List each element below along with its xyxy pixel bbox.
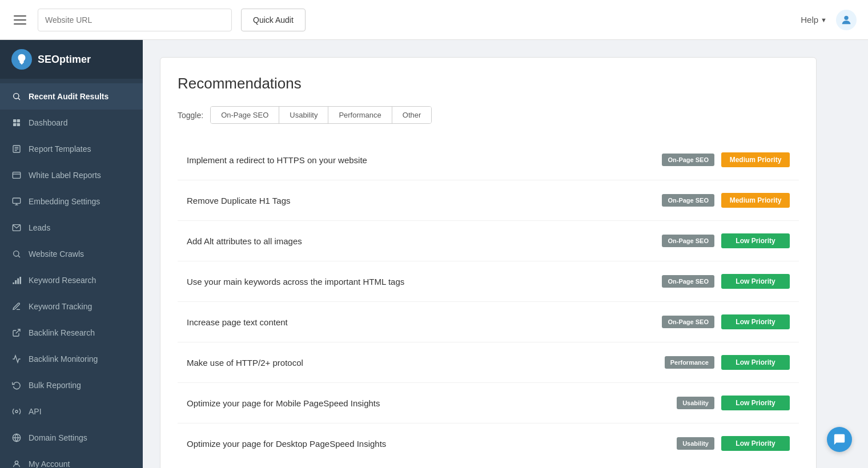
sidebar-item-backlink-research[interactable]: Backlink Research [0, 320, 143, 346]
sidebar-item-label: Backlink Monitoring [29, 354, 98, 364]
keyword-research-icon [11, 275, 22, 285]
sidebar-item-dashboard[interactable]: Dashboard [0, 110, 143, 136]
website-crawls-icon [11, 249, 22, 259]
logo-icon [11, 49, 32, 70]
header-left: Quick Audit [11, 9, 306, 31]
url-input[interactable] [38, 9, 232, 31]
my-account-icon [11, 459, 22, 468]
svg-rect-3 [13, 119, 16, 122]
svg-point-1 [14, 94, 19, 99]
svg-rect-13 [13, 198, 20, 203]
page-title: Recommendations [178, 75, 799, 92]
sidebar-item-label: Bulk Reporting [29, 381, 81, 390]
recommendation-text: Optimize your page for Desktop PageSpeed… [187, 439, 670, 449]
sidebar-item-label: Website Crawls [29, 249, 84, 259]
category-badge: On-Page SEO [662, 154, 714, 166]
recommendation-text: Optimize your page for Mobile PageSpeed … [187, 398, 670, 408]
recommendation-row: Add Alt attributes to all images On-Page… [178, 221, 799, 261]
help-chevron-icon: ▼ [821, 17, 827, 23]
sidebar-item-website-crawls[interactable]: Website Crawls [0, 241, 143, 267]
header: Quick Audit Help ▼ [0, 0, 868, 40]
sidebar-item-white-label[interactable]: White Label Reports [0, 162, 143, 188]
recent-audit-icon [11, 91, 22, 102]
priority-badge: Low Priority [721, 274, 790, 289]
recommendation-text: Implement a redirect to HTTPS on your we… [187, 155, 655, 165]
category-badge: Performance [665, 356, 714, 369]
priority-badge: Medium Priority [721, 193, 790, 208]
svg-line-18 [18, 256, 20, 257]
leads-icon [11, 223, 22, 233]
api-icon [11, 406, 22, 417]
sidebar-item-api[interactable]: API [0, 398, 143, 425]
category-badge: On-Page SEO [662, 194, 714, 207]
keyword-tracking-icon [11, 301, 22, 312]
help-button[interactable]: Help ▼ [801, 15, 827, 25]
svg-point-0 [844, 15, 848, 19]
recommendation-row: Remove Duplicate H1 Tags On-Page SEO Med… [178, 180, 799, 221]
toggle-label: Toggle: [178, 111, 203, 120]
sidebar-item-label: White Label Reports [29, 171, 101, 180]
sidebar-item-label: Report Templates [29, 144, 91, 154]
recommendation-row: Use your main keywords across the import… [178, 261, 799, 302]
sidebar-item-domain-settings[interactable]: Domain Settings [0, 425, 143, 451]
sidebar-item-label: Leads [29, 223, 50, 232]
recommendation-text: Add Alt attributes to all images [187, 236, 655, 246]
recommendation-text: Use your main keywords across the import… [187, 277, 655, 287]
svg-point-27 [15, 461, 18, 464]
svg-rect-11 [13, 172, 20, 179]
category-badge: On-Page SEO [662, 235, 714, 247]
toggle-tabs: On-Page SEOUsabilityPerformanceOther [210, 106, 432, 124]
sidebar: SEOptimer Recent Audit Results Dashboard… [0, 40, 143, 468]
sidebar-item-bulk-reporting[interactable]: Bulk Reporting [0, 372, 143, 398]
dashboard-icon [11, 118, 22, 128]
logo-text: SEOptimer [38, 54, 91, 66]
svg-rect-22 [19, 277, 21, 284]
domain-settings-icon [11, 433, 22, 443]
svg-point-24 [15, 410, 18, 413]
priority-badge: Low Priority [721, 314, 790, 329]
toggle-row: Toggle: On-Page SEOUsabilityPerformanceO… [178, 106, 799, 124]
sidebar-item-leads[interactable]: Leads [0, 215, 143, 241]
svg-rect-4 [17, 119, 20, 122]
category-badge: Usability [677, 437, 714, 450]
sidebar-item-report-templates[interactable]: Report Templates [0, 136, 143, 162]
priority-badge: Low Priority [721, 355, 790, 370]
report-templates-icon [11, 144, 22, 154]
sidebar-item-keyword-tracking[interactable]: Keyword Tracking [0, 293, 143, 320]
toggle-tab-on-page-seo[interactable]: On-Page SEO [211, 107, 279, 123]
sidebar-item-recent-audit[interactable]: Recent Audit Results [0, 83, 143, 110]
recommendations-list: Implement a redirect to HTTPS on your we… [178, 140, 799, 463]
user-avatar-button[interactable] [836, 10, 857, 30]
recommendation-row: Increase page text content On-Page SEO L… [178, 302, 799, 342]
recommendation-row: Optimize your page for Desktop PageSpeed… [178, 423, 799, 463]
recommendation-text: Remove Duplicate H1 Tags [187, 196, 655, 205]
chat-bubble-button[interactable] [827, 427, 852, 452]
sidebar-item-label: Keyword Tracking [29, 302, 92, 311]
hamburger-line-2 [14, 19, 26, 21]
hamburger-menu-button[interactable] [11, 13, 29, 27]
recommendation-row: Optimize your page for Mobile PageSpeed … [178, 383, 799, 423]
category-badge: On-Page SEO [662, 275, 714, 288]
sidebar-item-label: My Account [29, 459, 70, 468]
quick-audit-button[interactable]: Quick Audit [241, 9, 306, 31]
sidebar-item-label: Dashboard [29, 118, 68, 127]
sidebar-item-keyword-research[interactable]: Keyword Research [0, 267, 143, 293]
svg-line-2 [18, 98, 20, 100]
header-right: Help ▼ [801, 10, 857, 30]
svg-line-23 [16, 329, 20, 333]
category-badge: On-Page SEO [662, 316, 714, 328]
sidebar-item-label: API [29, 407, 42, 416]
toggle-tab-other[interactable]: Other [392, 107, 432, 123]
recommendation-row: Make use of HTTP/2+ protocol Performance… [178, 342, 799, 383]
recommendation-text: Make use of HTTP/2+ protocol [187, 358, 658, 368]
sidebar-item-label: Keyword Research [29, 276, 96, 285]
content-card: Recommendations Toggle: On-Page SEOUsabi… [160, 57, 817, 468]
toggle-tab-usability[interactable]: Usability [279, 107, 328, 123]
backlink-research-icon [11, 328, 22, 338]
sidebar-item-label: Domain Settings [29, 433, 87, 442]
sidebar-item-my-account[interactable]: My Account [0, 451, 143, 468]
sidebar-item-embedding[interactable]: Embedding Settings [0, 188, 143, 215]
bulk-reporting-icon [11, 380, 22, 390]
toggle-tab-performance[interactable]: Performance [328, 107, 392, 123]
sidebar-item-backlink-monitoring[interactable]: Backlink Monitoring [0, 346, 143, 372]
